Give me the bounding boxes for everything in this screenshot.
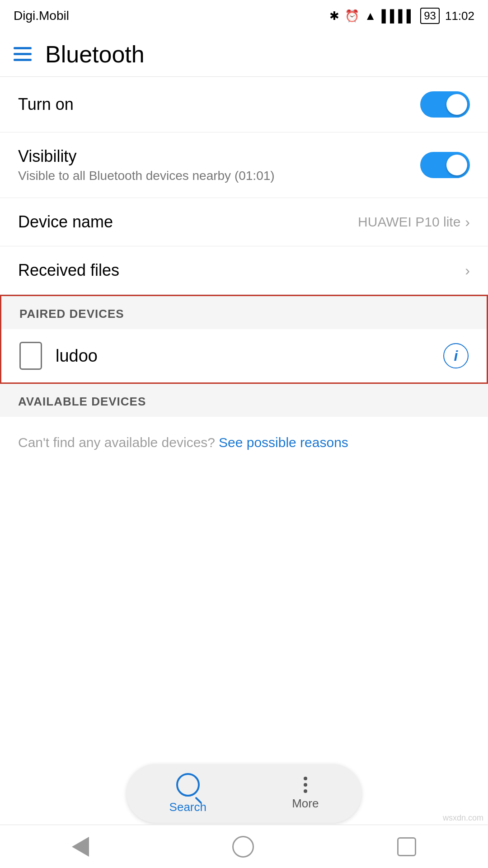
device-info-icon[interactable]: i bbox=[443, 343, 469, 368]
paired-devices-title: PAIRED DEVICES bbox=[19, 307, 124, 321]
available-devices-title: AVAILABLE DEVICES bbox=[18, 395, 146, 408]
status-icons: ✱ ⏰ ▲ ▌▌▌▌ 93 11:02 bbox=[329, 8, 474, 24]
device-name-value: HUAWEI P10 lite bbox=[358, 214, 460, 230]
system-nav-bar bbox=[0, 825, 488, 868]
turn-on-row[interactable]: Turn on bbox=[0, 77, 488, 132]
more-nav-item[interactable]: More bbox=[292, 777, 319, 811]
received-files-row[interactable]: Received files › bbox=[0, 246, 488, 295]
available-devices-section: AVAILABLE DEVICES Can't find any availab… bbox=[0, 384, 488, 468]
see-reasons-link[interactable]: See possible reasons bbox=[219, 435, 348, 450]
hamburger-line-1 bbox=[14, 47, 32, 49]
chevron-icon: › bbox=[465, 214, 470, 231]
page-title: Bluetooth bbox=[45, 41, 145, 68]
back-button[interactable] bbox=[72, 837, 89, 857]
search-nav-item[interactable]: Search bbox=[169, 773, 206, 814]
bluetooth-status-icon: ✱ bbox=[329, 9, 339, 23]
received-files-chevron-icon: › bbox=[465, 262, 470, 279]
visibility-toggle[interactable] bbox=[420, 152, 470, 178]
app-header: Bluetooth bbox=[0, 32, 488, 77]
hamburger-line-2 bbox=[14, 53, 32, 55]
recents-icon bbox=[397, 837, 416, 856]
more-nav-icon bbox=[304, 777, 307, 793]
home-button[interactable] bbox=[232, 836, 254, 858]
menu-button[interactable] bbox=[14, 47, 32, 61]
visibility-label: Visibility bbox=[18, 147, 275, 166]
hamburger-line-3 bbox=[14, 59, 32, 61]
device-name-value-group: HUAWEI P10 lite › bbox=[358, 214, 470, 231]
settings-list: Turn on Visibility Visible to all Blueto… bbox=[0, 77, 488, 295]
turn-on-label: Turn on bbox=[18, 95, 74, 114]
visibility-sublabel: Visible to all Bluetooth devices nearby … bbox=[18, 169, 275, 183]
recents-button[interactable] bbox=[397, 837, 416, 856]
available-devices-header: AVAILABLE DEVICES bbox=[0, 384, 488, 417]
device-name-label: Device name bbox=[18, 212, 113, 231]
bottom-nav-bar: Search More bbox=[127, 764, 361, 823]
device-phone-icon bbox=[19, 342, 42, 370]
wifi-icon: ▲ bbox=[365, 9, 376, 23]
signal-icon: ▌▌▌▌ bbox=[382, 9, 415, 23]
search-nav-icon bbox=[176, 773, 200, 797]
back-icon bbox=[72, 837, 89, 857]
watermark: wsxdn.com bbox=[443, 813, 483, 823]
home-icon bbox=[232, 836, 254, 858]
battery-indicator: 93 bbox=[420, 8, 440, 24]
paired-device-row[interactable]: ludoo i bbox=[1, 329, 487, 382]
paired-device-name: ludoo bbox=[56, 346, 430, 366]
status-bar: Digi.Mobil ✱ ⏰ ▲ ▌▌▌▌ 93 11:02 bbox=[0, 0, 488, 32]
turn-on-toggle[interactable] bbox=[420, 91, 470, 118]
time-display: 11:02 bbox=[445, 9, 474, 23]
carrier-label: Digi.Mobil bbox=[14, 9, 69, 23]
cant-find-text: Can't find any available devices? bbox=[18, 435, 215, 450]
paired-devices-section: PAIRED DEVICES ludoo i bbox=[0, 295, 488, 384]
visibility-label-group: Visibility Visible to all Bluetooth devi… bbox=[18, 147, 275, 183]
no-devices-row: Can't find any available devices? See po… bbox=[0, 417, 488, 468]
paired-devices-header: PAIRED DEVICES bbox=[1, 296, 487, 329]
turn-on-label-group: Turn on bbox=[18, 95, 74, 114]
alarm-icon: ⏰ bbox=[345, 9, 359, 23]
more-nav-label: More bbox=[292, 797, 319, 811]
visibility-row[interactable]: Visibility Visible to all Bluetooth devi… bbox=[0, 132, 488, 198]
device-name-row[interactable]: Device name HUAWEI P10 lite › bbox=[0, 198, 488, 246]
received-files-label: Received files bbox=[18, 261, 119, 280]
